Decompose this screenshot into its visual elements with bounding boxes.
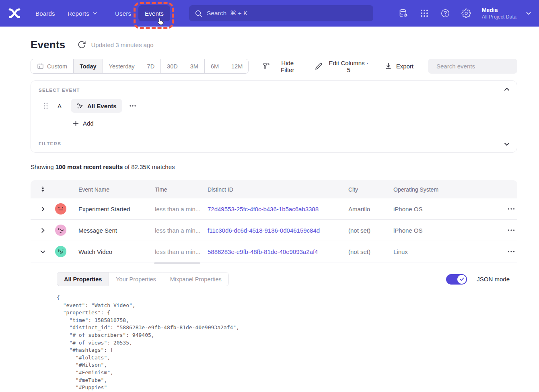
- date-option-3m[interactable]: 3M: [184, 59, 205, 73]
- cell-distinct-id-link[interactable]: f11c30d6-dc6d-4518-9136-0d046159c84d: [208, 227, 348, 234]
- cell-event-name: Watch Video: [78, 248, 155, 255]
- expand-filters-button[interactable]: [503, 140, 510, 148]
- toolbar: Hide Filter Edit Columns · 5 Export: [249, 59, 517, 74]
- table-row-expanded[interactable]: Watch Video less than a min... 5886283e-…: [31, 241, 517, 262]
- cell-os: iPhone OS: [393, 206, 477, 213]
- ellipsis-icon: [506, 225, 516, 235]
- date-range-picker: Custom Today Yesterday 7D 30D 3M 6M 12M: [31, 59, 249, 74]
- event-detail-panel: All Properties Your Properties Mixpanel …: [31, 262, 517, 392]
- hide-filter-label: Hide Filter: [274, 60, 301, 73]
- toggle-knob: [457, 275, 466, 284]
- cell-distinct-id-link[interactable]: 5886283e-e9fb-48fb-81de-40e9093a2af4: [208, 248, 348, 255]
- cell-city: Amarillo: [348, 206, 393, 213]
- json-mode-control: JSON mode: [446, 274, 510, 285]
- date-option-30d[interactable]: 30D: [161, 59, 184, 73]
- cell-city: (not set): [348, 248, 393, 255]
- events-table: Event Name Time Distinct ID City Operati…: [31, 180, 517, 392]
- results-prefix: Showing: [31, 163, 56, 170]
- cell-os: Linux: [393, 248, 477, 255]
- all-events-selector[interactable]: All Events: [71, 99, 122, 113]
- top-nav: Boards Reports Users Events: [0, 0, 539, 27]
- global-search-input[interactable]: [207, 10, 368, 17]
- events-page: Events Updated 3 minutes ago Custom Toda…: [0, 27, 539, 392]
- hide-filter-button[interactable]: Hide Filter: [262, 60, 301, 73]
- results-count: 100 most recent results: [56, 163, 123, 170]
- event-row-more-button[interactable]: [128, 101, 137, 110]
- add-event-label: Add: [83, 120, 94, 127]
- json-mode-label: JSON mode: [477, 276, 510, 283]
- column-event-name[interactable]: Event Name: [78, 186, 155, 193]
- date-option-6m[interactable]: 6M: [205, 59, 225, 73]
- date-option-yesterday[interactable]: Yesterday: [103, 59, 141, 73]
- search-events[interactable]: [428, 59, 517, 74]
- expand-row-button[interactable]: [40, 206, 46, 212]
- nav-item-users[interactable]: Users: [115, 0, 131, 27]
- page-title: Events: [31, 39, 65, 51]
- nav-item-events[interactable]: Events: [138, 5, 170, 21]
- horizontal-scrollbar[interactable]: [154, 262, 200, 264]
- apps-grid-icon[interactable]: [420, 8, 429, 18]
- edit-columns-button[interactable]: Edit Columns · 5: [315, 60, 371, 73]
- column-operating-system[interactable]: Operating System: [393, 186, 477, 193]
- row-menu-button[interactable]: [506, 225, 516, 235]
- date-option-custom[interactable]: Custom: [31, 59, 74, 73]
- json-mode-toggle[interactable]: [446, 274, 467, 285]
- row-menu-button[interactable]: [506, 247, 516, 256]
- filter-funnel-icon: [262, 62, 270, 70]
- pencil-icon: [315, 62, 323, 70]
- nav-right-group: Media All Project Data: [387, 0, 532, 27]
- event-avatar: [55, 246, 66, 257]
- project-subtitle: All Project Data: [482, 14, 516, 20]
- date-option-7d[interactable]: 7D: [141, 59, 161, 73]
- data-management-icon[interactable]: [399, 8, 408, 18]
- date-option-today[interactable]: Today: [74, 59, 103, 73]
- detail-toolbar: All Properties Your Properties Mixpanel …: [57, 272, 510, 286]
- chevron-down-icon: [40, 249, 46, 255]
- controls-row: Custom Today Yesterday 7D 30D 3M 6M 12M …: [31, 59, 517, 74]
- collapse-all-icon[interactable]: [40, 186, 46, 192]
- nav-item-reports[interactable]: Reports: [68, 0, 98, 27]
- tab-your-properties[interactable]: Your Properties: [109, 272, 163, 286]
- add-event-button[interactable]: Add: [73, 120, 94, 127]
- cell-time: less than a min...: [155, 206, 208, 213]
- date-option-label: Custom: [47, 63, 67, 70]
- collapse-row-button[interactable]: [40, 249, 46, 255]
- column-city[interactable]: City: [348, 186, 393, 193]
- cell-os: iPhone OS: [393, 227, 477, 234]
- chevron-down-icon: [503, 140, 510, 148]
- ellipsis-icon: [506, 247, 516, 256]
- ellipsis-icon: [506, 204, 516, 214]
- collapse-section-button[interactable]: [503, 86, 510, 93]
- help-icon[interactable]: [440, 8, 450, 18]
- calendar-icon: [37, 63, 44, 70]
- ellipsis-icon: [128, 101, 137, 110]
- event-avatar: [55, 203, 66, 215]
- global-search[interactable]: [189, 5, 373, 21]
- nav-item-boards[interactable]: Boards: [35, 0, 55, 27]
- column-distinct-id[interactable]: Distinct ID: [208, 186, 348, 193]
- filters-section[interactable]: FILTERS: [31, 135, 517, 152]
- row-menu-button[interactable]: [506, 204, 516, 214]
- cell-distinct-id-link[interactable]: 72d49553-25fc-4f0c-b436-1b5ac6ab3388: [208, 206, 348, 213]
- column-time[interactable]: Time: [155, 186, 208, 193]
- export-button[interactable]: Export: [385, 62, 414, 70]
- refresh-button[interactable]: [77, 40, 86, 49]
- date-option-12m[interactable]: 12M: [225, 59, 249, 73]
- settings-gear-icon[interactable]: [461, 8, 471, 18]
- event-json-viewer[interactable]: { "event": "Watch Video", "properties": …: [57, 294, 510, 392]
- cell-event-name: Message Sent: [78, 227, 155, 234]
- drag-handle-icon[interactable]: [43, 102, 48, 109]
- cell-city: (not set): [348, 227, 393, 234]
- results-suffix: of 82.35K matches: [123, 163, 175, 170]
- edit-columns-label: Edit Columns · 5: [327, 60, 371, 73]
- chevron-down-icon[interactable]: [525, 10, 532, 17]
- project-switcher[interactable]: Media All Project Data: [482, 7, 516, 20]
- search-events-input[interactable]: [436, 63, 516, 70]
- table-row[interactable]: Message Sent less than a min... f11c30d6…: [31, 220, 517, 241]
- tab-all-properties[interactable]: All Properties: [57, 272, 109, 286]
- tab-mixpanel-properties[interactable]: Mixpanel Properties: [163, 272, 228, 286]
- chevron-up-icon: [503, 86, 510, 93]
- mixpanel-logo-icon[interactable]: [8, 7, 21, 19]
- expand-row-button[interactable]: [40, 227, 46, 233]
- table-row[interactable]: Experiment Started less than a min... 72…: [31, 198, 517, 220]
